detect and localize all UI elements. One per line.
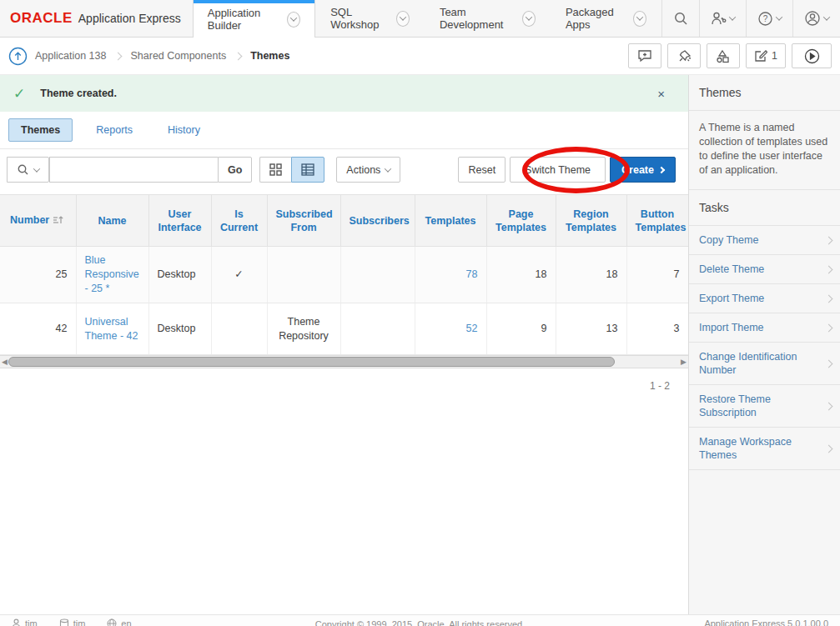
search-icon[interactable] bbox=[661, 0, 699, 37]
help-icon[interactable]: ? bbox=[746, 0, 792, 37]
cell-templates: 78 bbox=[415, 247, 486, 303]
task-restore-theme-subscription[interactable]: Restore Theme Subscription bbox=[689, 385, 840, 428]
chevron-down-icon[interactable] bbox=[633, 11, 646, 27]
nav-icon-group: ? bbox=[661, 0, 840, 37]
nav-tab-team-development[interactable]: Team Development bbox=[425, 0, 551, 37]
task-label: Change Identification Number bbox=[699, 350, 807, 377]
task-label: Copy Theme bbox=[699, 233, 758, 247]
column-header-region-templates[interactable]: Region Templates bbox=[556, 195, 626, 247]
icon-view-button[interactable] bbox=[259, 157, 291, 183]
actions-menu-button[interactable]: Actions bbox=[336, 157, 400, 183]
edit-page-button[interactable]: 1 bbox=[746, 43, 786, 68]
column-header-number[interactable]: Number bbox=[0, 195, 76, 247]
theme-link[interactable]: Blue Responsive - 25 * bbox=[85, 254, 139, 294]
cell-number: 42 bbox=[0, 303, 76, 355]
cell-subscribers bbox=[340, 247, 415, 303]
chevron-down-icon[interactable] bbox=[522, 11, 536, 27]
scroll-right-arrow-icon[interactable]: ▶ bbox=[681, 358, 687, 366]
table-row: 42 Universal Theme - 42 Desktop Theme Re… bbox=[0, 303, 688, 355]
chevron-down-icon bbox=[385, 165, 391, 172]
cell-name: Universal Theme - 42 bbox=[76, 303, 148, 355]
report-view-button[interactable] bbox=[291, 157, 324, 183]
breadcrumb-separator-icon bbox=[234, 52, 243, 60]
chevron-down-icon[interactable] bbox=[396, 11, 410, 27]
shared-components-button[interactable] bbox=[707, 43, 740, 68]
chevron-down-icon[interactable] bbox=[287, 12, 300, 28]
column-header-templates[interactable]: Templates bbox=[415, 195, 486, 247]
task-copy-theme[interactable]: Copy Theme bbox=[689, 226, 840, 255]
column-header-page-templates[interactable]: Page Templates bbox=[486, 195, 556, 247]
chevron-down-icon bbox=[33, 165, 40, 172]
sort-ascending-icon bbox=[53, 215, 63, 228]
cell-subscribed-from: Theme Repository bbox=[267, 303, 340, 355]
templates-link[interactable]: 78 bbox=[466, 268, 478, 280]
tab-reports[interactable]: Reports bbox=[84, 119, 144, 141]
footer: tim tim en Copyright © 1999, 2015, Oracl… bbox=[0, 614, 840, 626]
tab-history[interactable]: History bbox=[156, 119, 212, 141]
chevron-down-icon bbox=[776, 13, 782, 20]
search-column-selector[interactable] bbox=[7, 157, 49, 183]
page-tabs: Themes Reports History bbox=[0, 112, 688, 149]
scroll-left-arrow-icon[interactable]: ◀ bbox=[2, 358, 8, 366]
search-input[interactable] bbox=[49, 157, 218, 183]
column-header-user-interface[interactable]: User Interface bbox=[148, 195, 211, 247]
task-change-identification-number[interactable]: Change Identification Number bbox=[689, 343, 840, 385]
nav-tab-packaged-apps[interactable]: Packaged Apps bbox=[551, 0, 661, 37]
scrollbar-thumb[interactable] bbox=[8, 357, 615, 367]
tab-themes[interactable]: Themes bbox=[8, 118, 73, 142]
task-import-theme[interactable]: Import Theme bbox=[689, 313, 840, 343]
go-button[interactable]: Go bbox=[218, 157, 252, 183]
run-application-button[interactable] bbox=[792, 43, 832, 68]
cell-page-templates: 9 bbox=[486, 303, 556, 355]
edit-page-number: 1 bbox=[772, 50, 777, 62]
feedback-button[interactable] bbox=[628, 43, 661, 68]
column-header-subscribed-from[interactable]: Subscribed From bbox=[267, 195, 340, 247]
cell-user-interface: Desktop bbox=[148, 247, 211, 303]
breadcrumb-shared-components[interactable]: Shared Components bbox=[130, 50, 226, 62]
nav-tab-label: SQL Workshop bbox=[330, 6, 390, 31]
column-header-name[interactable]: Name bbox=[76, 195, 148, 247]
apex-themes-page: ORACLE Application Express Application B… bbox=[0, 0, 840, 626]
task-export-theme[interactable]: Export Theme bbox=[689, 284, 840, 313]
task-delete-theme[interactable]: Delete Theme bbox=[689, 255, 840, 284]
administration-icon[interactable] bbox=[699, 0, 746, 37]
chevron-right-icon bbox=[825, 444, 833, 453]
feedback-icon bbox=[637, 49, 652, 63]
actions-label: Actions bbox=[346, 164, 380, 176]
reset-button[interactable]: Reset bbox=[458, 157, 506, 183]
main-content: ✓ Theme created. × Themes Reports Histor… bbox=[0, 75, 688, 614]
templates-link[interactable]: 52 bbox=[466, 323, 478, 334]
nav-tabs: Application Builder SQL Workshop Team De… bbox=[193, 0, 661, 37]
banner-close-icon[interactable]: × bbox=[657, 87, 665, 101]
cell-is-current: ✓ bbox=[211, 247, 267, 303]
column-header-subscribers[interactable]: Subscribers bbox=[340, 195, 415, 247]
column-header-button-templates[interactable]: Button Templates bbox=[626, 195, 688, 247]
cell-templates: 52 bbox=[415, 303, 486, 355]
nav-tab-application-builder[interactable]: Application Builder bbox=[193, 0, 315, 38]
nav-tab-label: Team Development bbox=[440, 6, 516, 31]
account-icon[interactable] bbox=[792, 0, 840, 37]
create-button[interactable]: Create bbox=[610, 157, 676, 183]
footer-version: Application Express 5.0.1.00.0 bbox=[697, 618, 828, 626]
cell-user-interface: Desktop bbox=[148, 303, 211, 355]
cell-button-templates: 3 bbox=[626, 303, 688, 355]
nav-tab-label: Packaged Apps bbox=[566, 6, 626, 31]
pagination: 1 - 2 bbox=[0, 368, 688, 392]
breadcrumb-current: Themes bbox=[250, 50, 289, 62]
switch-theme-button[interactable]: Switch Theme bbox=[510, 157, 606, 183]
shapes-icon bbox=[716, 49, 731, 63]
toolbar-right-buttons: Reset Switch Theme Create bbox=[458, 157, 682, 183]
themes-report-table: Number Name User Interface Is Current Su… bbox=[0, 194, 689, 355]
column-header-is-current[interactable]: Is Current bbox=[211, 195, 267, 247]
breadcrumb-app[interactable]: Application 138 bbox=[35, 50, 106, 62]
nav-tab-sql-workshop[interactable]: SQL Workshop bbox=[315, 0, 425, 37]
up-level-icon[interactable] bbox=[8, 47, 28, 66]
theme-link[interactable]: Universal Theme - 42 bbox=[85, 316, 138, 342]
horizontal-scrollbar[interactable]: ◀ ▶ bbox=[0, 355, 688, 368]
success-banner: ✓ Theme created. × bbox=[0, 75, 688, 112]
task-manage-workspace-themes[interactable]: Manage Workspace Themes bbox=[689, 428, 840, 470]
edit-icon bbox=[754, 49, 767, 63]
grid-view-icon bbox=[269, 163, 282, 176]
theme-roller-button[interactable] bbox=[667, 43, 701, 68]
right-sidebar: Themes A Theme is a named collection of … bbox=[688, 75, 840, 614]
